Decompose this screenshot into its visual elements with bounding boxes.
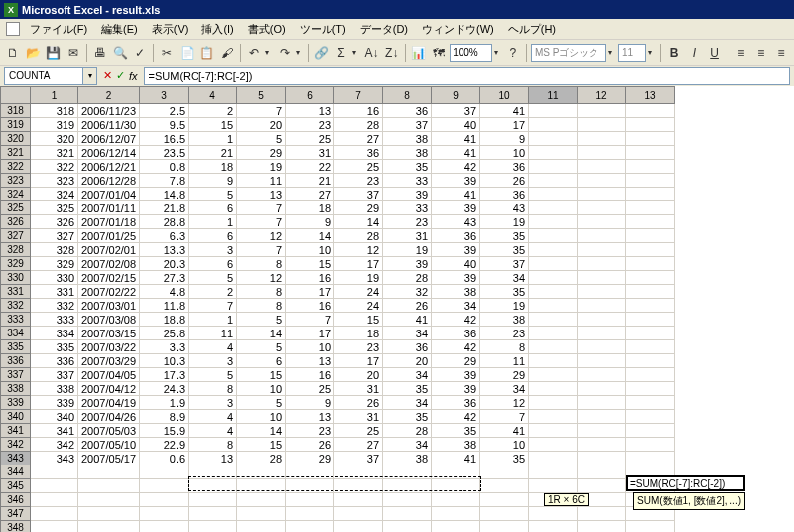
cell[interactable]: 318 bbox=[31, 104, 78, 118]
cell[interactable] bbox=[529, 118, 578, 132]
cell[interactable]: 325 bbox=[31, 201, 78, 215]
cell[interactable]: 19 bbox=[480, 215, 529, 229]
cell[interactable]: 19 bbox=[383, 243, 432, 257]
cell[interactable]: 2007/01/11 bbox=[78, 201, 140, 215]
cell[interactable]: 16 bbox=[286, 271, 334, 285]
cell[interactable] bbox=[480, 493, 529, 507]
cell[interactable]: 24 bbox=[334, 299, 383, 313]
cell[interactable]: 41 bbox=[432, 132, 480, 146]
formula-input[interactable]: =SUM(RC[-7]:RC[-2]) bbox=[144, 67, 790, 85]
cell[interactable] bbox=[140, 507, 189, 521]
cell[interactable]: 39 bbox=[432, 174, 480, 188]
cell[interactable]: 9 bbox=[480, 132, 529, 146]
cell[interactable] bbox=[626, 521, 675, 533]
row-header[interactable]: 342 bbox=[1, 438, 31, 452]
cell[interactable]: 26 bbox=[334, 396, 383, 410]
cell[interactable] bbox=[140, 479, 189, 493]
col-header[interactable]: 2 bbox=[78, 87, 140, 104]
cell[interactable]: 2006/12/21 bbox=[78, 160, 140, 174]
col-header[interactable]: 10 bbox=[480, 87, 529, 104]
row-header[interactable]: 338 bbox=[1, 382, 31, 396]
cell[interactable]: 27 bbox=[334, 438, 383, 452]
cell[interactable] bbox=[78, 479, 140, 493]
cell[interactable] bbox=[626, 160, 675, 174]
cell[interactable]: 12 bbox=[237, 229, 286, 243]
cell[interactable]: 2006/11/30 bbox=[78, 118, 140, 132]
cell[interactable]: 2.5 bbox=[140, 104, 189, 118]
cell[interactable]: 8.9 bbox=[140, 410, 189, 424]
cell[interactable] bbox=[578, 452, 626, 466]
cell[interactable] bbox=[578, 354, 626, 368]
cell[interactable]: 4 bbox=[189, 340, 237, 354]
cell[interactable] bbox=[529, 521, 578, 533]
row-header[interactable]: 328 bbox=[1, 243, 31, 257]
cell[interactable]: 18 bbox=[189, 160, 237, 174]
cell[interactable] bbox=[626, 396, 675, 410]
cell[interactable]: 17 bbox=[286, 327, 334, 340]
cell[interactable] bbox=[286, 466, 334, 479]
cell[interactable]: 5 bbox=[189, 188, 237, 201]
cell[interactable]: 37 bbox=[480, 257, 529, 271]
cell[interactable]: 16 bbox=[334, 104, 383, 118]
cell[interactable] bbox=[626, 340, 675, 354]
cell[interactable] bbox=[529, 271, 578, 285]
cell[interactable]: 338 bbox=[31, 382, 78, 396]
cell[interactable] bbox=[529, 215, 578, 229]
cell[interactable]: 28 bbox=[334, 229, 383, 243]
row-header[interactable]: 341 bbox=[1, 424, 31, 438]
cell[interactable]: 25 bbox=[334, 424, 383, 438]
cell[interactable]: 34 bbox=[480, 271, 529, 285]
cell[interactable]: 2007/04/26 bbox=[78, 410, 140, 424]
cell[interactable]: 5 bbox=[237, 340, 286, 354]
cell[interactable] bbox=[578, 118, 626, 132]
cell[interactable] bbox=[286, 521, 334, 533]
cell[interactable]: 0.6 bbox=[140, 452, 189, 466]
cell[interactable] bbox=[334, 479, 383, 493]
cell[interactable]: 27 bbox=[286, 188, 334, 201]
cell[interactable]: 38 bbox=[432, 285, 480, 299]
cell[interactable] bbox=[529, 452, 578, 466]
cell[interactable]: 2007/02/22 bbox=[78, 285, 140, 299]
row-header[interactable]: 332 bbox=[1, 299, 31, 313]
cell[interactable]: 35 bbox=[383, 382, 432, 396]
row-header[interactable]: 322 bbox=[1, 160, 31, 174]
cell[interactable]: 29 bbox=[286, 452, 334, 466]
cell[interactable]: 34 bbox=[383, 396, 432, 410]
cell[interactable]: 6 bbox=[189, 201, 237, 215]
cell[interactable] bbox=[529, 257, 578, 271]
cell[interactable] bbox=[626, 368, 675, 382]
col-header[interactable]: 12 bbox=[578, 87, 626, 104]
cell[interactable] bbox=[480, 507, 529, 521]
cell[interactable]: 4.8 bbox=[140, 285, 189, 299]
row-header[interactable]: 339 bbox=[1, 396, 31, 410]
cell[interactable]: 16 bbox=[286, 299, 334, 313]
row-header[interactable]: 324 bbox=[1, 188, 31, 201]
cell[interactable]: 35 bbox=[480, 452, 529, 466]
cell[interactable]: 10 bbox=[286, 340, 334, 354]
cell[interactable]: 26 bbox=[480, 174, 529, 188]
cell[interactable] bbox=[529, 201, 578, 215]
cell[interactable]: 17.3 bbox=[140, 368, 189, 382]
cell[interactable]: 341 bbox=[31, 424, 78, 438]
cell[interactable]: 9 bbox=[189, 174, 237, 188]
cell[interactable] bbox=[626, 243, 675, 257]
font-box[interactable]: MS Pゴシック bbox=[531, 44, 606, 62]
cell[interactable] bbox=[626, 479, 675, 493]
cell[interactable]: 36 bbox=[432, 396, 480, 410]
fx-icon[interactable]: fx bbox=[129, 70, 138, 82]
cell[interactable] bbox=[578, 132, 626, 146]
cell[interactable]: 2006/12/07 bbox=[78, 132, 140, 146]
cell[interactable]: 26 bbox=[286, 438, 334, 452]
cell[interactable]: 342 bbox=[31, 438, 78, 452]
cell[interactable] bbox=[383, 479, 432, 493]
chart-icon[interactable]: 📊 bbox=[410, 42, 428, 64]
cell[interactable] bbox=[578, 174, 626, 188]
cell[interactable]: 2007/02/15 bbox=[78, 271, 140, 285]
cell[interactable]: 7 bbox=[237, 243, 286, 257]
cell[interactable]: 26 bbox=[383, 299, 432, 313]
cell[interactable]: 2 bbox=[189, 104, 237, 118]
cell[interactable] bbox=[140, 521, 189, 533]
cell[interactable] bbox=[529, 146, 578, 160]
cell[interactable] bbox=[529, 396, 578, 410]
menu-tools[interactable]: ツール(T) bbox=[294, 20, 352, 39]
